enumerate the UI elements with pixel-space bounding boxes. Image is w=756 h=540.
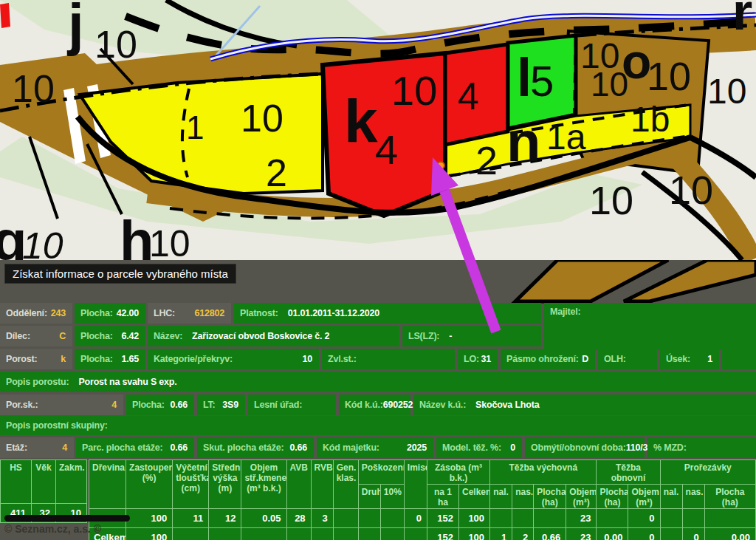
- cell-value: [311, 528, 333, 540]
- cell-value: 2: [512, 528, 534, 540]
- col-header-objem-kmene: Objemstř.kmene(m³ b.k.): [241, 460, 286, 509]
- col-header-avb: AVB: [286, 460, 311, 509]
- cell-value: 152: [427, 509, 458, 528]
- group-header-zasoba: Zásoba (m³ b.k.): [427, 460, 489, 485]
- cell-value: 0.00: [704, 528, 755, 540]
- field-value: 0.66: [170, 400, 194, 410]
- map-label: 10: [22, 225, 63, 260]
- cell-value: 100: [459, 528, 490, 540]
- field-mzd: % MZD:: [647, 437, 756, 458]
- col-header-zakm: Zakm.: [56, 460, 87, 504]
- cell-value: 11: [173, 509, 209, 528]
- map-canvas[interactable]: j 10 10 1 10 2 k 4 10 4 l 5 10 o 10 10 1…: [0, 0, 756, 260]
- cell-value: [333, 528, 358, 540]
- field-label: Popis porostní skupiny:: [0, 420, 108, 431]
- cell-value: [490, 509, 512, 528]
- cell-value: 0: [628, 528, 660, 540]
- map-label: 1a: [546, 117, 586, 157]
- field-label: % MZD:: [647, 442, 687, 453]
- field-label: Model. těž. %:: [436, 442, 501, 453]
- field-value: 3S9: [222, 400, 245, 410]
- cell-value: 23: [566, 528, 597, 540]
- cell-value: [704, 509, 755, 528]
- field-value: 6.42: [121, 331, 145, 341]
- map-label: 10: [669, 168, 713, 212]
- field-kod-majetku: Kód majetku:2025: [317, 437, 433, 458]
- field-kategorie: Kategorie/překryv:10: [148, 349, 319, 369]
- field-label: Platnost:: [234, 308, 278, 318]
- cell-value: [404, 528, 427, 540]
- field-label: LS(LZ):: [402, 331, 439, 341]
- map-label: 10: [391, 67, 437, 114]
- cell-value: 152: [427, 528, 458, 540]
- field-majitel: Majitel:: [544, 303, 756, 350]
- field-label: Plocha:: [126, 400, 165, 410]
- field-label: Úsek:: [660, 354, 690, 364]
- map-label: 10: [241, 97, 284, 140]
- group-header-tezba-vychovna: Těžba výchovná: [490, 460, 597, 485]
- field-value: D: [582, 354, 595, 364]
- cell-value: 0: [628, 509, 660, 528]
- field-usek: Úsek:1: [660, 349, 719, 369]
- field-value: Porost na svahu S exp.: [78, 377, 176, 387]
- cell-value: [534, 509, 566, 528]
- cell-value: 3: [311, 509, 333, 528]
- col-header-10pct: 10%: [380, 485, 404, 509]
- field-platnost: Platnost:01.01.2011-31.12.2020: [234, 303, 541, 324]
- field-value: 4: [111, 400, 123, 410]
- cell-value: [358, 509, 380, 528]
- col-header-vek: Věk: [32, 460, 56, 504]
- field-value: 612802: [194, 308, 231, 318]
- field-obmyti: Obmýtí/obnovní doba:110/30: [525, 437, 645, 458]
- cell-value: [660, 509, 682, 528]
- field-value: 0: [510, 442, 522, 453]
- field-label: Porost:: [0, 354, 37, 364]
- cell-value: [286, 528, 311, 540]
- field-porsk: Por.sk.:4: [0, 394, 123, 415]
- field-label: Lesní úřad:: [248, 400, 302, 410]
- map-label: r: [732, 0, 752, 41]
- cell-value: [380, 509, 404, 528]
- field-oddeleni: Oddělení:243: [0, 303, 72, 324]
- field-label: Pásmo ohrožení:: [501, 354, 579, 364]
- field-nazev: Název:Zařizovací obvod Boskovice č. 2: [148, 326, 399, 346]
- map-label: 10: [707, 72, 746, 111]
- field-label: Oddělení:: [0, 308, 47, 318]
- group-header-prorezavky: Prořezávky: [660, 460, 755, 485]
- field-plocha-oddeleni: Plocha:42.00: [75, 303, 145, 324]
- field-label: Obmýtí/obnovní doba:: [525, 442, 626, 453]
- cell-value: 23: [566, 509, 597, 528]
- field-label: Por.sk.:: [0, 400, 38, 410]
- field-label: Kód majetku:: [317, 442, 379, 453]
- cell-value: [173, 528, 209, 540]
- cell-value: [660, 528, 682, 540]
- col-header-nal: nal.: [660, 485, 682, 509]
- field-label: Název:: [148, 331, 182, 341]
- field-label: Název k.ú.:: [413, 400, 466, 410]
- col-header-nas: nas.: [682, 485, 704, 509]
- col-header-vycetni: Výčetnítloušťka(cm): [173, 460, 209, 509]
- empty-cell: [722, 349, 756, 369]
- map-label: 4: [458, 75, 479, 117]
- field-value: Zařizovací obvod Boskovice č. 2: [192, 331, 329, 341]
- field-lesni-urad: Lesní úřad:: [248, 394, 336, 415]
- stand-table-main: Dřevina Zastoupení(%) Výčetnítloušťka(cm…: [89, 459, 756, 540]
- field-label: Etáž:: [0, 442, 27, 453]
- cell-value: [333, 509, 358, 528]
- cell-value: 28: [286, 509, 311, 528]
- h-scrollbar-thumb[interactable]: [4, 515, 130, 522]
- field-lhc: LHC:612802: [148, 303, 231, 324]
- cell-value: 100: [459, 509, 490, 528]
- field-porost: Porost:k: [0, 349, 72, 369]
- field-plocha-dilec: Plocha:6.42: [75, 326, 145, 346]
- map-label: 10: [591, 65, 628, 103]
- field-value: C: [59, 331, 72, 341]
- field-value: 0.66: [170, 442, 194, 453]
- cell-value: 12: [209, 509, 241, 528]
- map-label: k: [344, 87, 378, 154]
- field-kod-ku: Kód k.ú.:690252: [339, 394, 410, 415]
- col-header-druh: Druh: [358, 485, 380, 509]
- cell-value: [512, 509, 534, 528]
- field-olh: OLH:: [598, 349, 657, 369]
- field-zvlst: Zvl.st.:: [322, 349, 455, 369]
